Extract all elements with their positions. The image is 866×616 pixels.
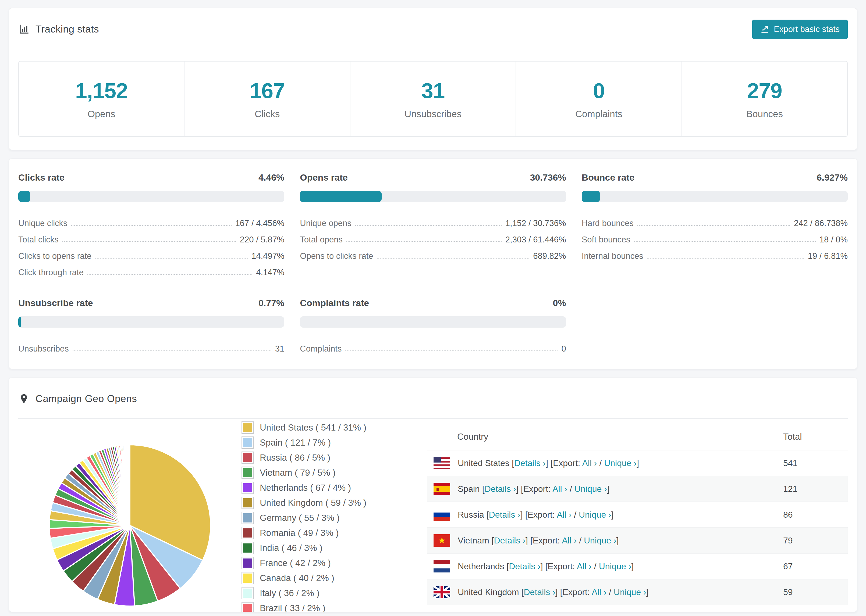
rate-detail-row: Unique clicks 167 / 4.456% [18,212,284,228]
legend-item: Vietnam ( 79 / 5% ) [241,467,427,479]
country-total: 79 [783,528,848,553]
country-name: Russia [458,510,484,520]
rate-detail-row: Clicks to opens rate 14.497% [18,245,284,261]
rate-detail-row: Unique opens 1,152 / 30.736% [300,212,566,228]
rate-value: 6.927% [817,172,848,183]
legend-item: Italy ( 36 / 2% ) [241,587,427,599]
legend-swatch [241,512,254,524]
progress-bar-fill [18,316,21,328]
country-name: Netherlands [458,561,504,571]
legend-swatch [241,602,254,612]
geo-section-title: Campaign Geo Opens [36,393,137,404]
geo-table-row: Spain [Details ›] [Export: All › / Uniqu… [427,476,848,502]
stat-cell: 167 Clicks [184,61,350,136]
legend-item: Russia ( 86 / 5% ) [241,451,427,464]
export-unique-link[interactable]: Unique › [604,458,636,468]
bounce-rate-progress-bar [582,191,848,202]
stat-label: Clicks [255,108,280,119]
geo-table-row: Vietnam [Details ›] [Export: All › / Uni… [427,528,848,553]
export-all-link[interactable]: All › [557,510,572,520]
dotted-leader [647,258,804,259]
progress-bar-fill [300,191,382,202]
geo-table-row: United Kingdom [Details ›] [Export: All … [427,579,848,605]
dotted-leader [95,258,248,259]
country-name: United Kingdom [458,587,519,597]
export-all-link[interactable]: All › [577,561,592,571]
export-all-link[interactable]: All › [553,484,567,494]
stat-label: Opens [88,108,115,119]
stat-cell: 0 Complaints [516,61,682,136]
legend-label: Netherlands ( 67 / 4% ) [260,483,351,493]
location-pin-icon [18,393,30,404]
rate-detail-row: Total opens 2,303 / 61.446% [300,228,566,245]
unsubscribe-rate-panel: Unsubscribe rate 0.77% Unsubscribes 31 [18,298,284,354]
rates-grid: Clicks rate 4.46% Unique clicks 167 / 4.… [18,172,848,354]
legend-label: Italy ( 36 / 2% ) [260,588,320,598]
details-link[interactable]: Details › [489,510,520,520]
dashboard-page: Tracking stats Export basic stats 1,152 … [0,0,866,616]
dotted-leader [62,241,236,242]
export-unique-link[interactable]: Unique › [599,561,631,571]
country-total: 121 [783,476,848,502]
geo-table-row: United States [Details ›] [Export: All ›… [427,450,848,476]
details-link[interactable]: Details › [509,561,540,571]
legend-swatch [241,451,254,464]
legend-item: Brazil ( 33 / 2% ) [241,602,427,612]
country-flag-icon [433,509,450,521]
stat-cell: 31 Unsubscribes [350,61,516,136]
rate-title: Clicks rate [18,172,65,183]
export-unique-link[interactable]: Unique › [579,510,611,520]
export-unique-link[interactable]: Unique › [584,536,616,545]
export-all-link[interactable]: All › [592,587,606,597]
legend-label: Spain ( 121 / 7% ) [260,438,331,448]
legend-swatch [241,437,254,449]
legend-item: Canada ( 40 / 2% ) [241,572,427,584]
details-link[interactable]: Details › [514,458,546,468]
page-title: Tracking stats [36,24,99,35]
geo-content: United States ( 541 / 31% ) Spain ( 121 … [9,419,857,612]
export-unique-link[interactable]: Unique › [614,587,646,597]
legend-item: United Kingdom ( 59 / 3% ) [241,497,427,509]
dotted-leader [71,225,231,226]
campaign-geo-opens-card: Campaign Geo Opens United States ( 541 /… [9,378,857,612]
country-total: 541 [783,450,848,476]
stat-value: 31 [422,79,445,103]
export-all-link[interactable]: All › [582,458,597,468]
progress-bar-fill [582,191,600,202]
legend-item: India ( 46 / 3% ) [241,542,427,554]
legend-swatch [241,572,254,584]
legend-label: Vietnam ( 79 / 5% ) [260,468,335,478]
details-link[interactable]: Details › [494,536,526,545]
legend-swatch [241,482,254,494]
rate-detail-row: Hard bounces 242 / 86.738% [582,212,848,228]
dotted-leader [638,225,790,226]
rate-title: Complaints rate [300,298,369,308]
bounce-rate-panel: Bounce rate 6.927% Hard bounces 242 / 86… [582,172,848,277]
column-header-total: Total [783,425,848,450]
geo-table: Country Total United States [Details [427,425,848,612]
rate-detail-row: Unsubscribes 31 [18,337,284,354]
details-link[interactable]: Details › [524,587,555,597]
geo-card-header: Campaign Geo Opens [9,378,857,407]
country-flag-icon [433,560,450,572]
rate-detail-row: Total clicks 220 / 5.87% [18,228,284,245]
legend-item: Germany ( 55 / 3% ) [241,512,427,524]
dotted-leader [377,258,529,259]
country-total: 55 [783,605,848,612]
country-flag-icon [433,586,450,598]
export-unique-link[interactable]: Unique › [575,484,607,494]
country-total: 86 [783,502,848,528]
stat-cell: 1,152 Opens [19,61,184,136]
rate-detail-row: Soft bounces 18 / 0% [582,228,848,245]
export-all-link[interactable]: All › [562,536,576,545]
dotted-leader [346,241,502,242]
country-name: Spain [458,484,480,494]
export-basic-stats-button[interactable]: Export basic stats [752,20,848,39]
legend-item: Spain ( 121 / 7% ) [241,437,427,449]
geo-table-row: Netherlands [Details ›] [Export: All › /… [427,553,848,579]
details-link[interactable]: Details › [485,484,516,494]
rate-value: 0% [553,298,566,308]
stat-value: 0 [593,79,605,103]
rate-detail-row: Opens to clicks rate 689.82% [300,245,566,261]
bar-chart-icon [18,24,30,35]
